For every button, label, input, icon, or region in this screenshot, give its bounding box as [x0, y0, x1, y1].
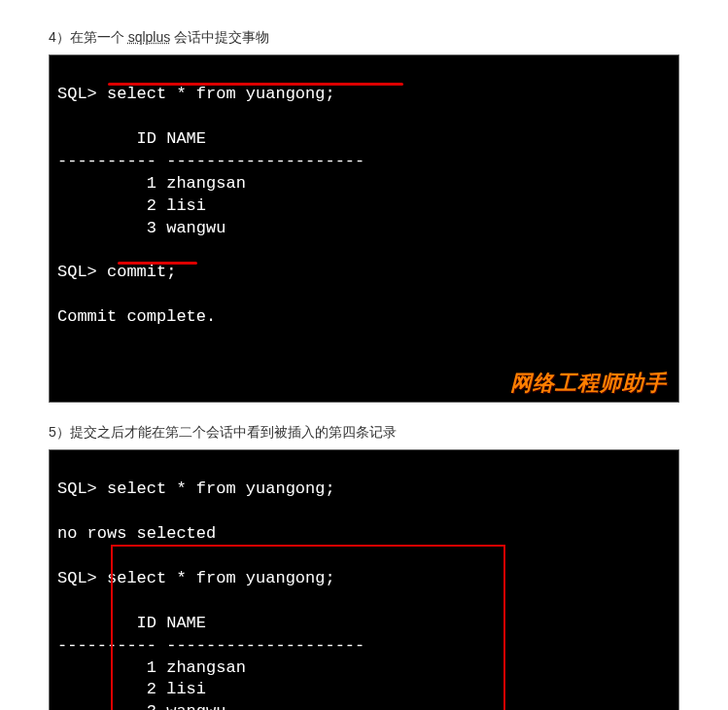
red-underline-annotation [118, 262, 197, 265]
sql-command: select * from yuangong; [107, 569, 335, 587]
step4-caption: 4）在第一个 sqlplus 会话中提交事物 [49, 29, 679, 47]
caption-suffix: 会话中提交事物 [170, 29, 269, 45]
table-header: ID NAME [57, 614, 206, 632]
terminal-2: SQL> select * from yuangong; no rows sel… [49, 449, 679, 710]
terminal-1: SQL> select * from yuangong; ID NAME ---… [49, 54, 679, 403]
sql-prompt: SQL> [57, 479, 107, 498]
table-row: 1 zhangsan [57, 174, 246, 193]
table-header: ID NAME [57, 129, 206, 148]
table-divider: ---------- -------------------- [57, 636, 364, 655]
step5-caption: 5）提交之后才能在第二个会话中看到被插入的第四条记录 [49, 424, 679, 442]
sql-command: select * from yuangong; [107, 479, 335, 498]
table-row: 1 zhangsan [57, 658, 246, 677]
table-row: 3 wangwu [57, 219, 225, 237]
no-rows-msg: no rows selected [57, 524, 216, 543]
red-underline-annotation [108, 83, 403, 86]
table-row: 2 lisi [57, 196, 206, 215]
commit-result: Commit complete. [57, 307, 216, 326]
table-divider: ---------- -------------------- [57, 152, 364, 170]
sql-prompt: SQL> [57, 569, 107, 587]
table-row: 3 wangwu [57, 702, 225, 710]
sql-prompt: SQL> [57, 263, 107, 281]
caption-prefix: 4）在第一个 [49, 29, 128, 45]
sql-command: commit; [107, 263, 176, 281]
sql-prompt: SQL> [57, 85, 107, 103]
table-row: 2 lisi [57, 680, 206, 698]
caption-underline: sqlplus [128, 29, 171, 45]
sql-command: select * from yuangong; [107, 85, 335, 103]
watermark-text: 网络工程师助手 [510, 369, 667, 398]
